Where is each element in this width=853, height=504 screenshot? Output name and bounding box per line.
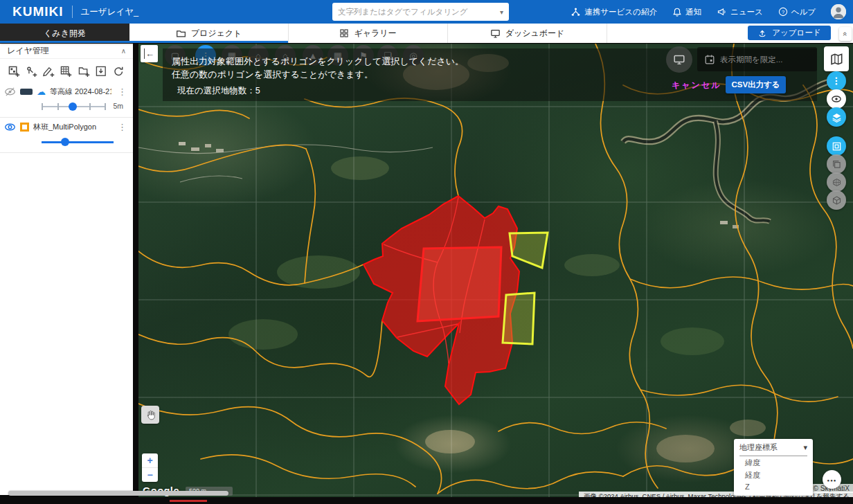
tag-filter-input[interactable] — [332, 8, 500, 16]
bottom-bar-red-segment — [170, 500, 207, 502]
zoom-control: + − — [142, 453, 158, 482]
layer-panel-header: レイヤ管理 ∧ — [0, 44, 133, 59]
monitor-icon — [490, 28, 501, 39]
csv-export-button[interactable]: CSV出力する — [726, 76, 786, 93]
nav-help[interactable]: ? ヘルプ — [778, 7, 816, 17]
header-nav: 連携サービスの紹介 通知 ニュース ? ヘルプ — [571, 0, 846, 24]
basemap-button[interactable] — [824, 46, 849, 71]
contour-interval-value: 5m — [113, 102, 123, 110]
more-tools-button[interactable] — [827, 71, 846, 91]
road-lines — [138, 145, 433, 182]
selected-parcel-north — [510, 233, 548, 268]
slider-handle[interactable] — [61, 138, 69, 146]
calendar-icon — [697, 54, 720, 65]
chevron-down-icon: ▾ — [803, 443, 807, 452]
eye-icon — [831, 94, 842, 104]
coord-item-longitude[interactable]: 経度 — [739, 469, 807, 481]
nav-news[interactable]: ニュース — [717, 7, 763, 17]
coordinate-system-panel: 地理座標系 ▾ 緯度 経度 Z — [734, 439, 813, 496]
upload-icon — [757, 28, 767, 38]
layer-name: 林班_MultiPolygon — [33, 122, 111, 132]
chevron-up-icon[interactable]: ∧ — [121, 47, 126, 55]
tab-workspace[interactable]: くみき開発 — [0, 24, 129, 43]
mesh-3d-button[interactable] — [827, 172, 846, 192]
map-icon — [830, 53, 843, 66]
banner-line-2: 任意の数のポリゴンを選択することができます。 — [172, 69, 373, 81]
add-polygon-button[interactable] — [42, 64, 56, 78]
layer-panel-title: レイヤ管理 — [7, 45, 49, 57]
pointcloud-icon: ☁ — [37, 87, 46, 96]
visibility-toggle-button[interactable] — [827, 89, 846, 109]
stack-layers-button[interactable] — [827, 154, 846, 174]
coord-item-z[interactable]: Z — [739, 481, 807, 492]
tag-filter-select[interactable]: ▾ — [332, 3, 509, 21]
bell-icon — [672, 7, 682, 17]
coord-item-latitude[interactable]: 緯度 — [739, 456, 807, 469]
layer-menu-icon[interactable]: ⋮ — [116, 122, 129, 132]
layer-menu-icon[interactable]: ⋮ — [116, 87, 129, 97]
megaphone-icon — [717, 7, 727, 17]
zoom-in-button[interactable]: + — [142, 453, 158, 468]
add-grid-button[interactable] — [60, 64, 73, 78]
date-range-input[interactable] — [720, 55, 827, 64]
rinpan-color-swatch[interactable] — [20, 123, 29, 132]
coordinate-system-select[interactable]: 地理座標系 ▾ — [739, 442, 807, 456]
banner-line-1: 属性出力対象範囲外とするポリゴンをクリックして選択してください。 — [172, 55, 464, 68]
folder-icon — [176, 28, 186, 39]
rinpan-opacity-slider[interactable] — [42, 137, 114, 147]
contour-interval-slider[interactable]: 5m — [42, 102, 105, 111]
tab-projects[interactable]: プロジェクト — [129, 24, 289, 43]
zoom-out-button[interactable]: − — [142, 468, 158, 482]
share-icon — [571, 7, 581, 17]
add-raster-button[interactable] — [7, 64, 21, 78]
layer-panel: レイヤ管理 ∧ ☁ 等高線 2024-08-21… ⋮ — [0, 44, 133, 495]
slider-track — [42, 141, 114, 143]
app-logo[interactable]: KUMIKI — [12, 4, 64, 19]
layer-toolbar — [0, 59, 133, 82]
collapse-sidebar-button[interactable]: ← — [141, 45, 158, 62]
selected-parcel-south — [503, 293, 535, 344]
selection-count: 5 — [255, 86, 260, 96]
user-avatar[interactable] — [831, 4, 846, 19]
map-overlays — [138, 44, 853, 504]
select-area-button[interactable] — [827, 136, 846, 156]
nav-notifications[interactable]: 通知 — [672, 7, 701, 17]
more-options-button[interactable]: ●●● — [823, 470, 841, 489]
visibility-off-icon[interactable] — [4, 87, 16, 97]
cancel-button[interactable]: キャンセル — [672, 80, 721, 91]
dots-vertical-icon — [832, 76, 841, 86]
tab-gallery[interactable]: ギャラリー — [289, 24, 448, 43]
display-mode-button[interactable] — [666, 46, 692, 73]
logo-divider — [72, 6, 73, 18]
svg-text:?: ? — [782, 9, 784, 15]
pan-tool-button[interactable] — [141, 406, 159, 424]
hand-icon — [145, 409, 156, 421]
layers-button[interactable] — [827, 107, 846, 127]
upload-button[interactable]: アップロード — [748, 26, 831, 40]
date-range-filter[interactable] — [697, 47, 817, 71]
refresh-button[interactable] — [112, 64, 126, 78]
contour-color-swatch[interactable] — [20, 89, 33, 95]
chevron-down-icon[interactable]: ▾ — [500, 8, 509, 16]
visibility-on-icon[interactable] — [4, 122, 16, 132]
export-image-button[interactable] — [95, 64, 109, 78]
help-icon: ? — [778, 7, 788, 17]
layer-item-contours[interactable]: ☁ 等高線 2024-08-21… ⋮ 5m — [0, 82, 133, 118]
layer-item-rinpan[interactable]: 林班_MultiPolygon ⋮ — [0, 118, 133, 153]
add-folder-button[interactable] — [77, 64, 91, 78]
collapse-panel-button[interactable]: « — [839, 27, 852, 41]
tab-dashboard[interactable]: ダッシュボード — [448, 24, 607, 43]
mesh-grid-icon — [832, 177, 842, 188]
grid-icon — [339, 28, 349, 38]
project-tabbar: くみき開発 プロジェクト ギャラリー ダッシュボード アップロード « — [0, 24, 853, 43]
map-canvas[interactable]: ▢ ⋮ ▦ ⌂ ⌂ ▲ ▦ ⚑ ❏ ◎ 属性出力対象範囲外とするポリゴンをクリッ… — [138, 44, 853, 504]
workspace-name[interactable]: ユーザレイヤ_ — [81, 6, 138, 18]
horizontal-scrollbar[interactable] — [8, 491, 228, 496]
cube-3d-button[interactable] — [827, 190, 846, 210]
bottom-bar — [0, 497, 853, 504]
monitor-icon — [673, 53, 685, 66]
add-point-button[interactable] — [24, 64, 38, 78]
nav-services[interactable]: 連携サービスの紹介 — [571, 7, 657, 17]
selection-count-line: 現在の選択地物数：5 — [177, 85, 260, 97]
slider-handle[interactable] — [69, 102, 77, 111]
